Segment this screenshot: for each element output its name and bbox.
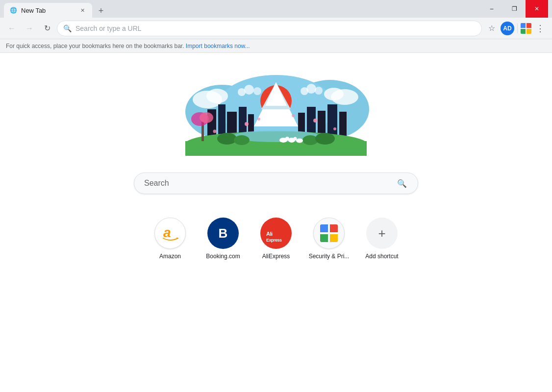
address-search-icon: 🔍 — [63, 24, 72, 32]
svg-point-48 — [315, 87, 323, 95]
maximize-button[interactable]: ❐ — [503, 0, 526, 18]
booking-icon: B — [207, 218, 239, 249]
svg-point-42 — [292, 114, 295, 117]
address-bar[interactable]: 🔍 Search or type a URL — [57, 21, 482, 36]
close-button[interactable]: ✕ — [526, 0, 548, 18]
svg-point-39 — [333, 127, 336, 130]
search-bar[interactable]: Search 🔍 — [134, 172, 418, 194]
shortcut-amazon[interactable]: a Amazon — [146, 214, 195, 264]
forward-button[interactable]: → — [22, 21, 37, 36]
svg-point-28 — [217, 133, 237, 145]
shortcut-aliexpress[interactable]: Ali Express AliExpress — [251, 214, 301, 264]
google-apps-button[interactable] — [521, 23, 531, 34]
svg-point-5 — [206, 89, 228, 103]
security-label: Security & Pri... — [309, 253, 350, 260]
svg-point-27 — [200, 112, 213, 123]
refresh-button[interactable]: ↻ — [39, 21, 55, 36]
toolbar: ← → ↻ 🔍 Search or type a URL ☆ AD ⋮ — [0, 18, 552, 39]
aliexpress-label: AliExpress — [262, 253, 290, 260]
amazon-label: Amazon — [159, 253, 181, 260]
tab-area: 🌐 New Tab ✕ + — [4, 0, 477, 18]
svg-point-36 — [296, 139, 303, 143]
security-icon — [313, 218, 345, 249]
tab-title: New Tab — [21, 7, 46, 14]
svg-rect-19 — [318, 111, 326, 136]
title-bar: 🌐 New Tab ✕ + – ❐ ✕ — [0, 0, 552, 18]
search-container: Search 🔍 — [134, 172, 418, 194]
hero-illustration — [178, 73, 374, 161]
add-shortcut-icon: + — [366, 218, 398, 249]
svg-rect-20 — [327, 104, 337, 136]
shortcut-booking[interactable]: B Booking.com — [199, 214, 248, 264]
svg-point-44 — [244, 85, 254, 95]
bookmark-star-button[interactable]: ☆ — [484, 21, 500, 36]
svg-point-37 — [245, 122, 249, 126]
profile-button[interactable]: AD — [501, 22, 514, 35]
address-placeholder-text: Search or type a URL — [75, 24, 142, 32]
search-icon: 🔍 — [396, 177, 408, 189]
bookmarks-message: For quick access, place your bookmarks h… — [6, 43, 184, 49]
search-placeholder: Search — [144, 179, 390, 188]
toolbar-right: ☆ AD ⋮ — [484, 21, 548, 36]
tab-favicon: 🌐 — [10, 7, 17, 14]
svg-point-29 — [234, 135, 250, 145]
toolbar-divider — [517, 24, 518, 33]
new-tab-button[interactable]: + — [94, 4, 108, 18]
aliexpress-icon: Ali Express — [260, 218, 292, 249]
shortcuts-row: a Amazon B Booking.com Ali Express — [146, 214, 406, 264]
svg-rect-15 — [239, 107, 247, 136]
svg-rect-14 — [227, 112, 237, 136]
import-bookmarks-link[interactable]: Import bookmarks now... — [186, 43, 250, 49]
back-button[interactable]: ← — [4, 21, 20, 36]
svg-point-38 — [313, 119, 317, 122]
svg-text:Ali: Ali — [266, 231, 273, 237]
window-controls: – ❐ ✕ — [480, 0, 548, 18]
svg-rect-23 — [185, 141, 367, 156]
svg-rect-13 — [218, 104, 226, 136]
active-tab[interactable]: 🌐 New Tab ✕ — [4, 3, 92, 18]
amazon-icon: a — [154, 218, 186, 249]
shortcut-security[interactable]: Security & Pri... — [304, 214, 353, 264]
tab-close-button[interactable]: ✕ — [78, 6, 86, 14]
shortcut-add[interactable]: + Add shortcut — [357, 214, 406, 264]
add-shortcut-label: Add shortcut — [365, 253, 398, 260]
svg-rect-21 — [339, 112, 347, 136]
booking-label: Booking.com — [206, 253, 240, 260]
svg-text:Express: Express — [266, 238, 282, 243]
minimize-button[interactable]: – — [480, 0, 503, 18]
new-tab-page: Search 🔍 a Amazon B Booking.com — [0, 53, 552, 392]
bookmarks-bar: For quick access, place your bookmarks h… — [0, 39, 552, 53]
svg-point-40 — [213, 130, 217, 133]
svg-point-47 — [306, 84, 316, 94]
svg-text:a: a — [163, 225, 171, 240]
svg-point-7 — [324, 88, 344, 100]
chrome-menu-button[interactable]: ⋮ — [532, 21, 548, 36]
svg-point-41 — [257, 118, 260, 121]
svg-point-45 — [253, 87, 261, 95]
svg-point-31 — [315, 133, 335, 145]
